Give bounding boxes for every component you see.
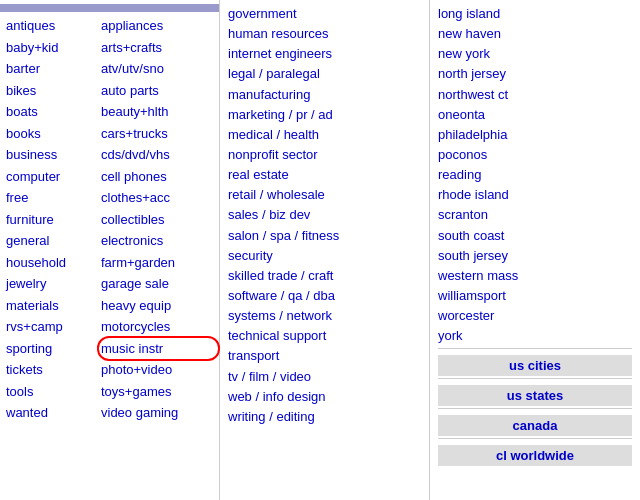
city-item[interactable]: philadelphia bbox=[438, 127, 507, 142]
jobs-column: governmenthuman resourcesinternet engine… bbox=[220, 0, 430, 500]
job-item[interactable]: marketing / pr / ad bbox=[228, 107, 333, 122]
forsale-grid: antiquesappliancesbaby+kidarts+craftsbar… bbox=[0, 16, 219, 423]
forsale-item-right[interactable]: cds/dvd/vhs bbox=[101, 147, 170, 162]
section-divider bbox=[438, 378, 632, 379]
job-item[interactable]: internet engineers bbox=[228, 46, 332, 61]
job-item[interactable]: legal / paralegal bbox=[228, 66, 320, 81]
forsale-item-right[interactable]: video gaming bbox=[101, 405, 178, 420]
city-item[interactable]: new york bbox=[438, 46, 490, 61]
forsale-item-right[interactable]: cell phones bbox=[101, 169, 167, 184]
city-item[interactable]: worcester bbox=[438, 308, 494, 323]
forsale-item-left[interactable]: computer bbox=[6, 169, 60, 184]
city-item[interactable]: poconos bbox=[438, 147, 487, 162]
city-item[interactable]: long island bbox=[438, 6, 500, 21]
job-item[interactable]: systems / network bbox=[228, 308, 332, 323]
city-item[interactable]: oneonta bbox=[438, 107, 485, 122]
forsale-item-right[interactable]: beauty+hlth bbox=[101, 104, 169, 119]
cities-section-link[interactable]: cl worldwide bbox=[438, 445, 632, 466]
forsale-item-left[interactable]: jewelry bbox=[6, 276, 46, 291]
forsale-item-left[interactable]: rvs+camp bbox=[6, 319, 63, 334]
job-item[interactable]: writing / editing bbox=[228, 409, 315, 424]
forsale-item-left[interactable]: free bbox=[6, 190, 28, 205]
job-item[interactable]: web / info design bbox=[228, 389, 326, 404]
city-item[interactable]: york bbox=[438, 328, 463, 343]
job-item[interactable]: technical support bbox=[228, 328, 326, 343]
forsale-column: antiquesappliancesbaby+kidarts+craftsbar… bbox=[0, 0, 220, 500]
job-item[interactable]: salon / spa / fitness bbox=[228, 228, 339, 243]
job-item[interactable]: tv / film / video bbox=[228, 369, 311, 384]
forsale-item-right[interactable]: electronics bbox=[101, 233, 163, 248]
forsale-item-left[interactable]: household bbox=[6, 255, 66, 270]
section-divider bbox=[438, 438, 632, 439]
job-item[interactable]: sales / biz dev bbox=[228, 207, 310, 222]
job-item[interactable]: human resources bbox=[228, 26, 328, 41]
section-divider bbox=[438, 408, 632, 409]
forsale-item-left[interactable]: tickets bbox=[6, 362, 43, 377]
forsale-item-left[interactable]: antiques bbox=[6, 18, 55, 33]
forsale-item-left[interactable]: sporting bbox=[6, 341, 52, 356]
city-item[interactable]: reading bbox=[438, 167, 481, 182]
forsale-item-right[interactable]: farm+garden bbox=[101, 255, 175, 270]
forsale-item-right[interactable]: photo+video bbox=[101, 362, 172, 377]
city-item[interactable]: williamsport bbox=[438, 288, 506, 303]
forsale-item-right[interactable]: garage sale bbox=[101, 276, 169, 291]
job-item[interactable]: medical / health bbox=[228, 127, 319, 142]
forsale-item-right[interactable]: appliances bbox=[101, 18, 163, 33]
job-item[interactable]: retail / wholesale bbox=[228, 187, 325, 202]
forsale-item-left[interactable]: materials bbox=[6, 298, 59, 313]
forsale-item-right[interactable]: toys+games bbox=[101, 384, 171, 399]
forsale-item-left[interactable]: tools bbox=[6, 384, 33, 399]
forsale-item-left[interactable]: business bbox=[6, 147, 57, 162]
job-item[interactable]: manufacturing bbox=[228, 87, 310, 102]
music-instr-link[interactable]: music instr bbox=[101, 341, 163, 356]
city-item[interactable]: rhode island bbox=[438, 187, 509, 202]
forsale-item-left[interactable]: general bbox=[6, 233, 49, 248]
section-divider bbox=[438, 348, 632, 349]
forsale-item-left[interactable]: furniture bbox=[6, 212, 54, 227]
city-item[interactable]: north jersey bbox=[438, 66, 506, 81]
city-item[interactable]: northwest ct bbox=[438, 87, 508, 102]
city-item[interactable]: western mass bbox=[438, 268, 518, 283]
forsale-header bbox=[0, 4, 219, 12]
forsale-item-left[interactable]: wanted bbox=[6, 405, 48, 420]
forsale-item-right[interactable]: clothes+acc bbox=[101, 190, 170, 205]
job-item[interactable]: government bbox=[228, 6, 297, 21]
city-item[interactable]: scranton bbox=[438, 207, 488, 222]
job-item[interactable]: transport bbox=[228, 348, 279, 363]
forsale-item-right[interactable]: cars+trucks bbox=[101, 126, 168, 141]
cities-section-link[interactable]: us states bbox=[438, 385, 632, 406]
city-item[interactable]: new haven bbox=[438, 26, 501, 41]
cities-column: long islandnew havennew yorknorth jersey… bbox=[430, 0, 640, 500]
forsale-item-right[interactable]: arts+crafts bbox=[101, 40, 162, 55]
job-item[interactable]: skilled trade / craft bbox=[228, 268, 334, 283]
job-item[interactable]: security bbox=[228, 248, 273, 263]
cities-section-link[interactable]: canada bbox=[438, 415, 632, 436]
job-item[interactable]: software / qa / dba bbox=[228, 288, 335, 303]
forsale-item-right[interactable]: motorcycles bbox=[101, 319, 170, 334]
forsale-item-right[interactable]: atv/utv/sno bbox=[101, 61, 164, 76]
forsale-item-right-circled: music instr bbox=[101, 339, 216, 359]
cities-section-link[interactable]: us cities bbox=[438, 355, 632, 376]
job-item[interactable]: nonprofit sector bbox=[228, 147, 318, 162]
forsale-item-left[interactable]: barter bbox=[6, 61, 40, 76]
city-item[interactable]: south jersey bbox=[438, 248, 508, 263]
forsale-item-right[interactable]: auto parts bbox=[101, 83, 159, 98]
city-item[interactable]: south coast bbox=[438, 228, 505, 243]
forsale-item-right[interactable]: collectibles bbox=[101, 212, 165, 227]
job-item[interactable]: real estate bbox=[228, 167, 289, 182]
forsale-item-left[interactable]: bikes bbox=[6, 83, 36, 98]
forsale-item-left[interactable]: boats bbox=[6, 104, 38, 119]
forsale-item-left[interactable]: books bbox=[6, 126, 41, 141]
forsale-item-right[interactable]: heavy equip bbox=[101, 298, 171, 313]
forsale-item-left[interactable]: baby+kid bbox=[6, 40, 58, 55]
